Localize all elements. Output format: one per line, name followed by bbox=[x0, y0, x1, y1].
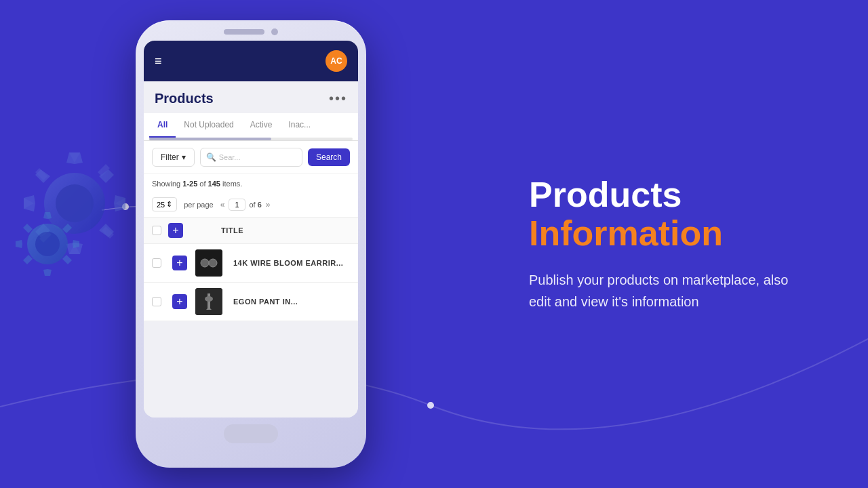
search-input-wrapper: 🔍 Sear... bbox=[200, 148, 302, 167]
svg-point-4 bbox=[27, 224, 68, 264]
tab-all[interactable]: All bbox=[149, 113, 176, 138]
svg-point-0 bbox=[122, 203, 129, 210]
product-2-checkbox[interactable] bbox=[152, 297, 161, 306]
phone-speaker bbox=[224, 29, 264, 35]
phone-mockup: ≡ AC Products ••• All Not Uploaded Activ… bbox=[136, 20, 366, 468]
search-button[interactable]: Search bbox=[308, 148, 350, 166]
per-page-select[interactable]: 25 ⇕ bbox=[152, 197, 177, 211]
next-page-button[interactable]: » bbox=[266, 200, 271, 209]
prev-page-button[interactable]: « bbox=[220, 200, 225, 209]
product-2-thumbnail bbox=[195, 288, 222, 315]
showing-info: Showing 1-25 of 145 items. bbox=[144, 174, 358, 193]
app-header: ≡ AC bbox=[144, 41, 358, 81]
more-options-icon[interactable]: ••• bbox=[329, 91, 347, 106]
svg-point-2 bbox=[44, 173, 105, 234]
page-title: Products bbox=[155, 91, 214, 106]
svg-point-7 bbox=[201, 259, 209, 267]
phone-home-button[interactable] bbox=[224, 424, 278, 443]
tab-active[interactable]: Active bbox=[242, 113, 281, 138]
tab-inactive[interactable]: Inac... bbox=[280, 113, 319, 138]
phone-screen: ≡ AC Products ••• All Not Uploaded Activ… bbox=[144, 41, 358, 418]
per-page-label: per page bbox=[184, 201, 213, 209]
filter-label: Filter bbox=[161, 152, 179, 162]
showing-range: 1-25 bbox=[182, 180, 197, 188]
svg-point-5 bbox=[35, 232, 60, 256]
filter-button[interactable]: Filter ▾ bbox=[152, 148, 195, 167]
svg-point-10 bbox=[205, 296, 213, 302]
product-1-add-button[interactable]: + bbox=[172, 256, 187, 270]
tabs-row: All Not Uploaded Active Inac... bbox=[144, 113, 358, 138]
per-page-stepper-icon: ⇕ bbox=[166, 200, 172, 209]
tabs-scroll-thumb bbox=[149, 138, 271, 140]
products-table: + TITLE + bbox=[144, 218, 358, 321]
showing-text: Showing bbox=[152, 180, 180, 188]
products-header: Products ••• bbox=[144, 81, 358, 113]
heading-line1: Products bbox=[529, 175, 682, 214]
showing-items: items. bbox=[222, 180, 242, 188]
hamburger-icon[interactable]: ≡ bbox=[155, 55, 162, 67]
pagination-row: 25 ⇕ per page « 1 of 6 » bbox=[144, 193, 358, 218]
product-2-add-button[interactable]: + bbox=[172, 294, 187, 309]
current-page[interactable]: 1 bbox=[229, 199, 245, 211]
right-heading: Products Information bbox=[529, 176, 814, 253]
title-column-header: TITLE bbox=[221, 226, 350, 235]
showing-total: 145 bbox=[208, 180, 220, 188]
phone-camera bbox=[271, 28, 278, 35]
gear-decoration bbox=[20, 149, 129, 260]
product-1-name: 14k Wire Bloom Earrir... bbox=[233, 259, 350, 267]
add-product-button[interactable]: + bbox=[168, 223, 183, 238]
right-content-panel: Products Information Publish your produc… bbox=[529, 176, 814, 312]
table-row: + 14k Wire Bloom Earrir... bbox=[144, 244, 358, 283]
heading-line2: Information bbox=[529, 214, 723, 253]
tab-not-uploaded[interactable]: Not Uploaded bbox=[176, 113, 241, 138]
search-icon: 🔍 bbox=[206, 152, 216, 162]
filter-chevron-icon: ▾ bbox=[182, 152, 186, 162]
right-description: Publish your products on marketplace, al… bbox=[529, 269, 814, 312]
svg-point-8 bbox=[209, 259, 217, 267]
per-page-value: 25 bbox=[157, 201, 165, 209]
select-all-checkbox[interactable] bbox=[152, 226, 161, 235]
product-1-checkbox[interactable] bbox=[152, 258, 161, 268]
table-header-row: + TITLE bbox=[144, 218, 358, 244]
product-1-thumbnail bbox=[195, 249, 222, 277]
total-pages-label: of 6 bbox=[250, 201, 262, 209]
tabs-scrollbar bbox=[149, 138, 353, 140]
filter-row: Filter ▾ 🔍 Sear... Search bbox=[144, 141, 358, 174]
table-row: + Egon Pant in... bbox=[144, 283, 358, 321]
product-2-name: Egon Pant in... bbox=[233, 298, 350, 306]
svg-point-1 bbox=[427, 402, 434, 409]
search-input[interactable]: Sear... bbox=[219, 153, 241, 161]
avatar[interactable]: AC bbox=[326, 50, 347, 72]
showing-of: of bbox=[199, 180, 205, 188]
app-content: Products ••• All Not Uploaded Active Ina… bbox=[144, 81, 358, 418]
svg-point-3 bbox=[56, 184, 94, 222]
tabs-container: All Not Uploaded Active Inac... bbox=[144, 113, 358, 141]
